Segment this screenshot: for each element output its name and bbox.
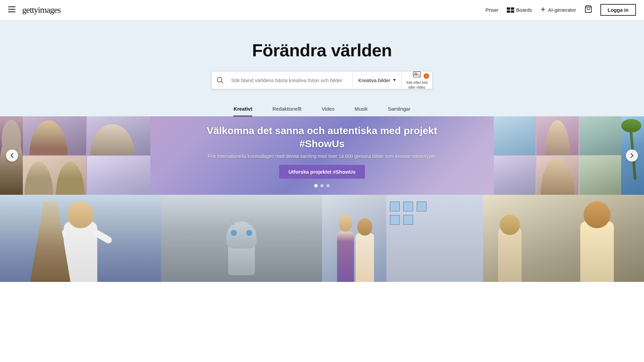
- svg-line-10: [221, 81, 223, 83]
- hamburger-icon[interactable]: [8, 6, 15, 14]
- svg-rect-5: [507, 10, 510, 13]
- carousel-subtitle: Fira internationella kvinnodagen med den…: [188, 154, 456, 159]
- search-bar: Kreativa bilder 0 Sök efter bild eller v…: [211, 71, 433, 89]
- carousel-images-right: [494, 116, 621, 195]
- carousel-images-left: [23, 116, 150, 195]
- carousel-next-button[interactable]: [626, 149, 638, 162]
- ai-icon: [540, 6, 546, 13]
- chevron-down-icon: [393, 79, 396, 81]
- svg-rect-1: [8, 9, 15, 10]
- login-button[interactable]: Logga in: [600, 4, 636, 16]
- svg-rect-6: [511, 10, 514, 13]
- svg-rect-4: [511, 7, 514, 10]
- svg-rect-2: [8, 11, 15, 12]
- tab-redaktionellt[interactable]: Redaktionellt: [272, 106, 302, 116]
- search-category-dropdown[interactable]: Kreativa bilder: [353, 71, 401, 89]
- boards-icon: [507, 7, 514, 13]
- nav-prices[interactable]: Priser: [485, 7, 498, 13]
- dot-1[interactable]: [314, 184, 318, 187]
- carousel-dots: [188, 184, 456, 187]
- carousel-title: Välkomna det sanna och autentiska med pr…: [188, 124, 456, 150]
- hero-title: Förändra världen: [252, 40, 392, 60]
- svg-marker-7: [540, 7, 546, 12]
- bottom-photo-2: [161, 195, 322, 282]
- tab-musik[interactable]: Musik: [355, 106, 368, 116]
- search-icon-wrap: [212, 71, 228, 89]
- cart-icon[interactable]: [584, 5, 592, 15]
- bottom-photo-3: [322, 195, 483, 282]
- content-tabs: Kreativt Redaktionellt Video Musik Samli…: [0, 99, 644, 116]
- nav-boards[interactable]: Boards: [507, 7, 532, 13]
- nav-ai[interactable]: AI-generator: [540, 6, 576, 13]
- hero-section: Förändra världen Kreativa bilder 0: [0, 20, 644, 99]
- tab-kreativt[interactable]: Kreativt: [233, 106, 252, 116]
- bottom-photo-1: [0, 195, 161, 282]
- header: gettyimages Priser Boards: [0, 0, 644, 20]
- boards-label: Boards: [516, 7, 532, 13]
- svg-rect-0: [8, 6, 15, 7]
- logo[interactable]: gettyimages: [22, 5, 61, 15]
- carousel-section: Välkomna det sanna och autentiska med pr…: [0, 116, 644, 195]
- dot-2[interactable]: [320, 184, 324, 187]
- search-by-image-button[interactable]: 0 Sök efter bild eller video: [401, 71, 432, 89]
- header-right: Priser Boards AI-generator: [485, 4, 636, 16]
- bottom-photo-grid: [0, 195, 644, 282]
- svg-rect-3: [507, 7, 510, 10]
- tab-samlingar[interactable]: Samlingar: [388, 106, 411, 116]
- search-input[interactable]: [228, 71, 353, 89]
- tab-video[interactable]: Video: [322, 106, 334, 116]
- carousel-cta-button[interactable]: Utforska projektet #ShowUs: [279, 165, 365, 179]
- image-search-icon: [413, 71, 421, 80]
- carousel-text: Välkomna det sanna och autentiska med pr…: [188, 124, 456, 187]
- logo-text: gettyimages: [22, 5, 61, 15]
- dot-3[interactable]: [326, 184, 330, 187]
- ai-label: AI-generator: [548, 7, 576, 13]
- badge: 0: [424, 73, 429, 79]
- prices-label: Priser: [485, 7, 498, 13]
- search-icon: [216, 76, 224, 84]
- category-label: Kreativa bilder: [358, 77, 390, 83]
- bottom-photo-4: [483, 195, 644, 282]
- header-left: gettyimages: [8, 5, 61, 15]
- image-search-label: Sök efter bild eller video: [406, 80, 428, 89]
- carousel-prev-button[interactable]: [6, 149, 18, 162]
